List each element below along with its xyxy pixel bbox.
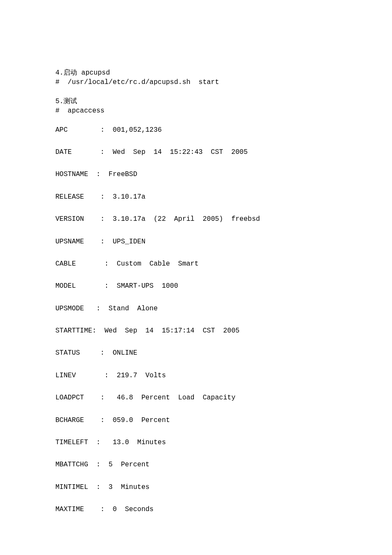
status-sep: : <box>72 148 112 156</box>
status-sep: : <box>92 327 104 335</box>
status-sep: : <box>84 305 109 312</box>
status-sep: : <box>76 282 117 290</box>
status-value: UPS_IDEN <box>112 238 145 246</box>
status-key: MINTIMEL <box>55 483 88 491</box>
status-sep: : <box>84 193 112 201</box>
status-row: LINEV : 219.7 Volts <box>55 371 337 380</box>
status-row: BCHARGE : 059.0 Percent <box>55 416 337 425</box>
status-value: 13.0 Minutes <box>112 439 166 446</box>
status-sep: : <box>88 439 113 446</box>
section-5-command: # apcaccess <box>55 106 337 116</box>
status-row: MBATTCHG : 5 Percent <box>55 460 337 469</box>
gap <box>55 116 337 125</box>
status-row: APC : 001,052,1236 <box>55 125 337 135</box>
status-row: MODEL : SMART-UPS 1000 <box>55 281 337 291</box>
status-sep: : <box>84 394 117 402</box>
status-value: FreeBSD <box>109 171 137 178</box>
status-value: Custom Cable Smart <box>117 260 199 268</box>
status-row: STARTTIME: Wed Sep 14 15:17:14 CST 2005 <box>55 326 337 335</box>
status-key: LINEV <box>55 372 76 379</box>
status-value: 5 Percent <box>109 461 150 468</box>
section-4-command: # /usr/local/etc/rc.d/apcupsd.sh start <box>55 78 337 87</box>
status-row: STATUS : ONLINE <box>55 348 337 358</box>
status-row: VERSION : 3.10.17a (22 April 2005) freeb… <box>55 214 337 224</box>
status-row: DATE : Wed Sep 14 15:22:43 CST 2005 <box>55 147 337 157</box>
section-5: 5.测试 # apcaccess <box>55 97 337 116</box>
status-row: TIMELEFT : 13.0 Minutes <box>55 438 337 447</box>
status-sep: : <box>84 238 112 246</box>
status-value: 059.0 Percent <box>112 416 170 424</box>
status-sep: : <box>88 171 109 178</box>
status-key: STATUS <box>55 349 80 357</box>
status-sep: : <box>84 506 112 513</box>
status-row: HOSTNAME : FreeBSD <box>55 170 337 179</box>
status-key: CABLE <box>55 260 76 268</box>
status-row: CABLE : Custom Cable Smart <box>55 259 337 269</box>
gap <box>55 87 337 97</box>
status-sep: : <box>88 461 109 468</box>
status-value: Stand Alone <box>109 305 158 312</box>
status-key: LOADPCT <box>55 394 84 402</box>
section-4: 4.启动 apcupsd # /usr/local/etc/rc.d/apcup… <box>55 68 337 87</box>
status-value: 3 Minutes <box>109 483 150 491</box>
status-row: MINTIMEL : 3 Minutes <box>55 483 337 492</box>
status-output: APC : 001,052,1236DATE : Wed Sep 14 15:2… <box>55 125 337 515</box>
status-value: 3.10.17a <box>112 193 145 201</box>
status-key: TIMELEFT <box>55 439 88 446</box>
status-sep: : <box>88 483 109 491</box>
status-row: LOADPCT : 46.8 Percent Load Capacity <box>55 393 337 402</box>
status-sep: : <box>76 372 117 379</box>
status-value: 001,052,1236 <box>112 126 161 134</box>
status-value: 3.10.17a (22 April 2005) freebsd <box>112 215 260 223</box>
status-value: 0 Seconds <box>112 506 153 513</box>
status-value: 219.7 Volts <box>117 372 166 379</box>
status-key: MAXTIME <box>55 506 84 513</box>
status-sep: : <box>68 126 113 134</box>
status-key: APC <box>55 126 68 134</box>
status-key: RELEASE <box>55 193 84 201</box>
status-sep: : <box>84 416 112 424</box>
status-value: 46.8 Percent Load Capacity <box>117 394 235 402</box>
status-row: UPSMODE : Stand Alone <box>55 304 337 313</box>
status-key: DATE <box>55 148 72 156</box>
status-key: HOSTNAME <box>55 171 88 178</box>
status-row: UPSNAME : UPS_IDEN <box>55 237 337 246</box>
section-4-title: 4.启动 apcupsd <box>55 68 337 78</box>
status-key: MODEL <box>55 282 76 290</box>
status-value: Wed Sep 14 15:22:43 CST 2005 <box>112 148 248 156</box>
status-sep: : <box>76 260 117 268</box>
status-row: RELEASE : 3.10.17a <box>55 192 337 202</box>
status-value: SMART-UPS 1000 <box>117 282 178 290</box>
status-sep: : <box>84 215 112 223</box>
status-key: UPSNAME <box>55 238 84 246</box>
status-sep: : <box>80 349 113 357</box>
status-value: Wed Sep 14 15:17:14 CST 2005 <box>104 327 239 335</box>
status-key: UPSMODE <box>55 305 84 312</box>
status-key: MBATTCHG <box>55 461 88 468</box>
status-key: STARTTIME <box>55 327 92 335</box>
status-key: BCHARGE <box>55 416 84 424</box>
status-value: ONLINE <box>112 349 137 357</box>
section-5-title: 5.测试 <box>55 97 337 106</box>
status-key: VERSION <box>55 215 84 223</box>
status-row: MAXTIME : 0 Seconds <box>55 505 337 514</box>
